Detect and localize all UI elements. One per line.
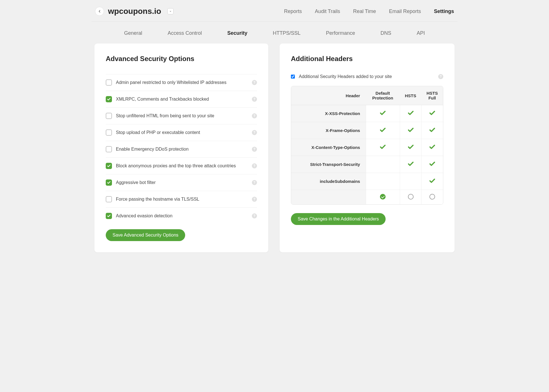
- option-checkbox[interactable]: [106, 196, 112, 202]
- table-row-header: X-XSS-Protection: [291, 105, 366, 122]
- checkmark-icon: [429, 112, 436, 117]
- option-row: Advanced evasion detection?: [106, 207, 257, 224]
- table-footer-cell: [400, 190, 422, 204]
- additional-headers-label: Additional Security Headers added to you…: [299, 74, 392, 79]
- option-label: Block anonymous proxies and the top thre…: [116, 163, 236, 168]
- subnav-item-performance[interactable]: Performance: [326, 30, 355, 36]
- advanced-security-panel: Advanced Security Options Admin panel re…: [94, 44, 268, 252]
- save-advanced-security-button[interactable]: Save Advanced Security Options: [106, 229, 185, 241]
- table-cell: [421, 105, 443, 122]
- checkmark-icon: [407, 112, 414, 117]
- table-row-header: includeSubdomains: [291, 173, 366, 190]
- table-row-header: Strict-Transport-Security: [291, 156, 366, 173]
- topnav-item-settings[interactable]: Settings: [434, 8, 454, 14]
- save-additional-headers-button[interactable]: Save Changes in the Additional Headers: [291, 213, 386, 225]
- table-cell: [421, 139, 443, 156]
- subnav-item-https-ssl[interactable]: HTTPS/SSL: [273, 30, 301, 36]
- option-row: Block anonymous proxies and the top thre…: [106, 157, 257, 174]
- option-label: XMLRPC, Comments and Trackbacks blocked: [116, 97, 209, 102]
- subnav-item-security[interactable]: Security: [227, 30, 247, 36]
- checkmark-icon: [407, 146, 414, 151]
- table-footer-spacer: [291, 190, 366, 204]
- subnav-item-access-control[interactable]: Access Control: [168, 30, 202, 36]
- option-row: Force passing the hostname via TLS/SSL?: [106, 191, 257, 207]
- table-footer-cell: [421, 190, 443, 204]
- help-icon[interactable]: ?: [252, 213, 257, 218]
- subnav-item-general[interactable]: General: [124, 30, 142, 36]
- subnav-item-dns[interactable]: DNS: [381, 30, 391, 36]
- option-row: Admin panel restricted to only Whitelist…: [106, 74, 257, 91]
- option-checkbox[interactable]: [106, 213, 112, 219]
- checkmark-icon: [429, 180, 436, 185]
- checkmark-icon: [407, 129, 414, 134]
- table-cell: [421, 173, 443, 190]
- table-cell: [400, 173, 422, 190]
- table-cell: [366, 139, 400, 156]
- headers-table: HeaderDefaultProtectionHSTSHSTSFullX-XSS…: [291, 86, 443, 205]
- option-row: Enable Emergency DDoS protection?: [106, 141, 257, 157]
- checkmark-icon: [407, 163, 414, 168]
- table-cell: [400, 156, 422, 173]
- table-cell: [366, 122, 400, 139]
- checkmark-icon: [379, 129, 386, 134]
- table-cell: [400, 105, 422, 122]
- table-cell: [366, 105, 400, 122]
- option-checkbox[interactable]: [106, 179, 112, 186]
- help-icon[interactable]: ?: [252, 163, 257, 168]
- checkmark-icon: [429, 163, 436, 168]
- site-title: wpcoupons.io: [108, 7, 161, 16]
- back-button[interactable]: [95, 7, 104, 16]
- protection-level-radio[interactable]: [408, 194, 414, 200]
- subnav-item-api[interactable]: API: [417, 30, 425, 36]
- option-checkbox[interactable]: [106, 113, 112, 119]
- option-row: Aggressive bot filter?: [106, 174, 257, 191]
- checkmark-icon: [379, 146, 386, 151]
- option-checkbox[interactable]: [106, 163, 112, 169]
- topnav-item-real-time[interactable]: Real Time: [353, 8, 376, 14]
- table-cell: [366, 156, 400, 173]
- help-icon[interactable]: ?: [252, 97, 257, 102]
- option-checkbox[interactable]: [106, 129, 112, 136]
- option-label: Force passing the hostname via TLS/SSL: [116, 197, 199, 202]
- protection-level-radio[interactable]: [380, 194, 386, 200]
- table-row-header: X-Frame-Options: [291, 122, 366, 139]
- help-icon[interactable]: ?: [252, 180, 257, 185]
- topnav-item-audit-trails[interactable]: Audit Trails: [315, 8, 340, 14]
- help-icon[interactable]: ?: [438, 74, 443, 79]
- site-selector-dropdown[interactable]: [167, 8, 174, 14]
- protection-level-radio[interactable]: [429, 194, 435, 200]
- chevron-down-icon: [169, 10, 172, 12]
- table-footer-cell: [366, 190, 400, 204]
- checkmark-icon: [429, 146, 436, 151]
- table-header: DefaultProtection: [366, 86, 400, 105]
- checkmark-icon: [379, 112, 386, 117]
- option-label: Aggressive bot filter: [116, 180, 156, 185]
- option-label: Enable Emergency DDoS protection: [116, 147, 189, 152]
- option-checkbox[interactable]: [106, 96, 112, 102]
- help-icon[interactable]: ?: [252, 113, 257, 118]
- additional-headers-checkbox[interactable]: [291, 75, 295, 79]
- arrow-left-icon: [98, 9, 101, 13]
- table-row-header: X-Content-Type-Options: [291, 139, 366, 156]
- table-cell: [421, 122, 443, 139]
- option-row: Stop upload of PHP or executable content…: [106, 124, 257, 141]
- option-checkbox[interactable]: [106, 79, 112, 86]
- help-icon[interactable]: ?: [252, 147, 257, 152]
- option-row: XMLRPC, Comments and Trackbacks blocked?: [106, 91, 257, 107]
- table-cell: [421, 156, 443, 173]
- table-header: Header: [291, 86, 366, 105]
- help-icon[interactable]: ?: [252, 197, 257, 202]
- panel-title: Additional Headers: [291, 55, 443, 63]
- table-cell: [366, 173, 400, 190]
- help-icon[interactable]: ?: [252, 80, 257, 85]
- option-label: Advanced evasion detection: [116, 213, 172, 218]
- topnav-item-reports[interactable]: Reports: [284, 8, 302, 14]
- additional-headers-panel: Additional Headers Additional Security H…: [280, 44, 455, 252]
- topnav-item-email-reports[interactable]: Email Reports: [389, 8, 421, 14]
- table-cell: [400, 139, 422, 156]
- option-label: Admin panel restricted to only Whitelist…: [116, 80, 226, 85]
- help-icon[interactable]: ?: [252, 130, 257, 135]
- top-nav: ReportsAudit TrailsReal TimeEmail Report…: [284, 8, 454, 14]
- option-label: Stop upload of PHP or executable content: [116, 130, 200, 135]
- option-checkbox[interactable]: [106, 146, 112, 152]
